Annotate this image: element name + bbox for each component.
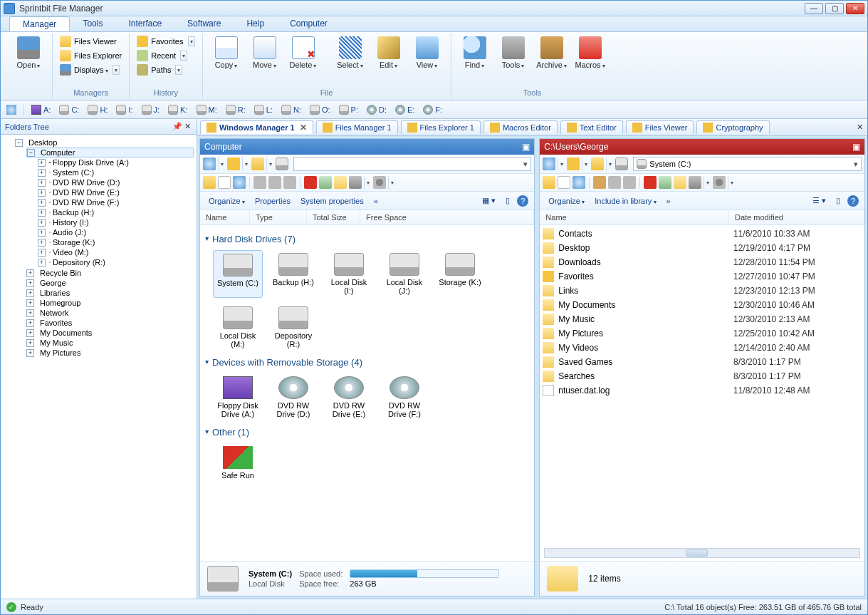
dropdown-icon[interactable]: ▾ [266, 157, 273, 170]
recent-button[interactable]: Recent▾ [135, 49, 196, 62]
new-folder-icon[interactable] [543, 176, 555, 189]
dropdown-icon[interactable]: ▾ [218, 157, 225, 170]
doc-tab[interactable]: Cryptography [696, 120, 769, 134]
cut-icon[interactable] [253, 176, 266, 189]
menu-tab-interface[interactable]: Interface [115, 16, 174, 31]
dropdown-icon[interactable]: ▾ [704, 176, 711, 189]
drive-item[interactable]: Backup (H:) [268, 250, 318, 298]
col-name[interactable]: Name [540, 210, 729, 224]
address-combo[interactable]: System (C:) [633, 157, 862, 171]
dropdown-icon[interactable]: ▾ [180, 51, 187, 61]
include-library-button[interactable]: Include in library [592, 195, 659, 207]
drive-strip-item[interactable]: A: [30, 103, 52, 116]
paste-icon[interactable] [283, 176, 296, 189]
drive-strip-item[interactable]: K: [167, 103, 189, 116]
drive-strip-item[interactable]: O: [308, 103, 332, 116]
tree-node[interactable]: +History (I:) [38, 218, 194, 227]
view-button[interactable]: View [409, 35, 445, 72]
dropdown-icon[interactable]: ▾ [582, 157, 589, 170]
drive-item[interactable]: Storage (K:) [435, 250, 485, 298]
open-button[interactable]: Open [11, 35, 46, 72]
list-item[interactable]: Searches8/3/2010 1:17 PM [540, 369, 864, 383]
list-item[interactable]: Desktop12/19/2010 4:17 PM [540, 241, 864, 255]
displays-button[interactable]: Displays▾ [58, 63, 123, 76]
organize-button[interactable]: Organize [206, 195, 248, 207]
close-tab-icon[interactable]: ✕ [300, 123, 307, 133]
refresh-button[interactable] [5, 103, 18, 116]
doc-tab[interactable]: Files Viewer [626, 120, 694, 134]
close-tab-button[interactable]: ✕ [854, 123, 864, 132]
col-free[interactable]: Free Space [360, 210, 534, 224]
drive-item[interactable]: DVD RW Drive (E:) [324, 373, 374, 421]
tools-button[interactable]: Tools [496, 35, 531, 72]
list-item[interactable]: My Videos12/14/2010 2:40 AM [540, 341, 864, 355]
organize-button[interactable]: Organize [545, 195, 587, 207]
doc-tab[interactable]: Files Explorer 1 [401, 120, 481, 134]
col-date[interactable]: Date modified [729, 210, 864, 224]
browser-icon[interactable] [543, 157, 555, 170]
list-item[interactable]: My Music12/30/2010 2:13 AM [540, 312, 864, 326]
files-explorer-button[interactable]: Files Explorer [58, 49, 123, 62]
drive-item[interactable]: Local Disk (I:) [324, 250, 374, 298]
dropdown-icon[interactable]: ▾ [113, 65, 120, 75]
col-name[interactable]: Name [200, 210, 250, 224]
tree-node[interactable]: +My Music [26, 338, 194, 347]
archive-button[interactable]: Archive [534, 35, 570, 72]
scrollbar-horizontal[interactable] [544, 548, 860, 558]
dropdown-icon[interactable]: ▾ [364, 176, 371, 189]
delete-icon[interactable] [304, 176, 317, 189]
tree-node[interactable]: +Network [26, 309, 194, 317]
drive-item[interactable]: System (C:) [213, 250, 263, 298]
drive-strip-item[interactable]: M: [195, 103, 219, 116]
drive-strip-item[interactable]: C: [58, 103, 80, 116]
list-item[interactable]: My Pictures12/25/2010 10:42 AM [540, 326, 864, 341]
list-item[interactable]: Saved Games8/3/2010 1:17 PM [540, 355, 864, 369]
paste-icon[interactable] [623, 176, 636, 189]
drive-item[interactable]: DVD RW Drive (D:) [268, 373, 318, 421]
pane-options-icon[interactable]: ▣ [852, 142, 860, 152]
preview-pane-button[interactable]: ▯ [833, 195, 843, 207]
copy-icon[interactable] [268, 176, 281, 189]
refresh-icon[interactable] [233, 176, 246, 189]
dropdown-icon[interactable]: ▾ [175, 65, 182, 75]
paths-button[interactable]: Paths▾ [135, 63, 196, 76]
drive-icon[interactable] [615, 157, 628, 170]
col-total[interactable]: Total Size [307, 210, 360, 224]
browser-icon[interactable] [203, 157, 216, 170]
doc-tab[interactable]: Macros Editor [483, 120, 558, 134]
copy-button[interactable]: Copy [209, 35, 244, 72]
recycle-icon[interactable] [659, 176, 671, 189]
new-folder-icon[interactable] [203, 176, 216, 189]
menu-tab-computer[interactable]: Computer [277, 16, 340, 31]
tree-node[interactable]: +Homegroup [26, 299, 194, 307]
tree-node[interactable]: +Recycle Bin [26, 269, 194, 277]
drive-strip-item[interactable]: D: [365, 103, 388, 116]
copy-icon[interactable] [608, 176, 621, 189]
more-button[interactable]: » [664, 195, 674, 207]
tree-node[interactable]: +DVD RW Drive (F:) [38, 198, 194, 207]
tree-node[interactable]: +Storage (K:) [38, 238, 194, 247]
drive-item[interactable]: Safe Run [213, 443, 263, 482]
list-item[interactable]: Contacts11/6/2010 10:33 AM [540, 227, 864, 241]
list-item[interactable]: Links12/23/2010 12:13 PM [540, 284, 864, 298]
more-button[interactable]: » [371, 195, 381, 207]
list-item[interactable]: Favorites12/27/2010 10:47 PM [540, 269, 864, 284]
tree-node[interactable]: +Floppy Disk Drive (A:) [38, 158, 194, 167]
dropdown-icon[interactable]: ▾ [388, 176, 395, 189]
find-button[interactable]: Find [457, 35, 493, 72]
drive-strip-item[interactable]: H: [86, 103, 109, 116]
cut-icon[interactable] [593, 176, 606, 189]
drive-item[interactable]: Local Disk (J:) [380, 250, 429, 298]
drive-strip-item[interactable]: J: [140, 103, 162, 116]
dropdown-icon[interactable]: ▾ [728, 176, 735, 189]
menu-tab-tools[interactable]: Tools [70, 16, 115, 31]
dropdown-icon[interactable]: ▾ [188, 36, 195, 46]
help-button[interactable]: ? [517, 195, 528, 207]
gear-icon[interactable] [373, 176, 386, 189]
system-properties-button[interactable]: System properties [298, 195, 367, 207]
recycle-icon[interactable] [319, 176, 332, 189]
drive-item[interactable]: DVD RW Drive (F:) [380, 373, 429, 421]
dropdown-icon[interactable]: ▾ [242, 157, 249, 170]
drive-strip-item[interactable]: I: [115, 103, 134, 116]
menu-tab-manager[interactable]: Manager [9, 16, 70, 31]
